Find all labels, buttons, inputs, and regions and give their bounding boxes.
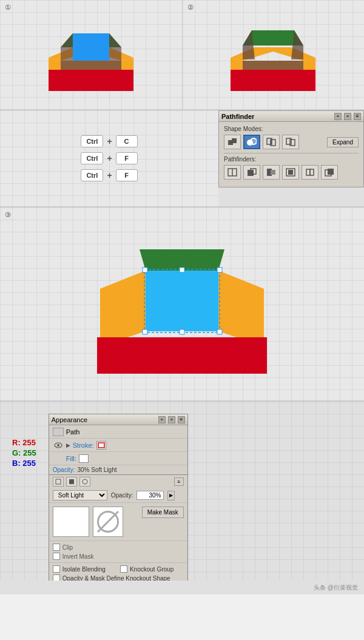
clip-checkbox[interactable] <box>53 544 60 551</box>
clip-row: Clip <box>53 544 184 551</box>
ap-path-row: Path <box>49 425 187 439</box>
ap-opacity-row: Opacity: 30% Soft Light <box>49 465 187 474</box>
knockout-label: Knockout Group <box>130 566 174 573</box>
svg-marker-9 <box>109 33 121 61</box>
ap-fill-row: Fill: <box>49 452 187 465</box>
f-key-2: F <box>116 169 138 181</box>
merge-btn[interactable] <box>263 165 280 180</box>
ap-expand-triangle[interactable]: ▶ <box>66 442 70 448</box>
ctrl-key-1: Ctrl <box>81 135 103 147</box>
keyboard-shortcuts-area: Ctrl + C Ctrl + F Ctrl + F <box>0 110 218 206</box>
ctrl-key-2: Ctrl <box>81 152 103 164</box>
svg-marker-8 <box>61 33 73 61</box>
ap-path-label: Path <box>66 428 80 436</box>
expand-btn[interactable]: Expand <box>327 137 359 147</box>
svg-point-61 <box>83 479 87 484</box>
mask-options: Clip Invert Mask <box>49 541 187 562</box>
watermark: 头条 @衍菜视觉 <box>314 584 358 591</box>
shortcut-row-1: Ctrl + C <box>81 135 137 147</box>
shortcut-row-2: Ctrl + F <box>81 152 137 164</box>
make-mask-button[interactable]: Make Mask <box>142 507 184 518</box>
stroke-swatch[interactable] <box>96 441 106 450</box>
rgb-display: R: 255 G: 255 B: 255 <box>12 438 36 468</box>
rgb-g-value: G: 255 <box>12 448 36 457</box>
layer-thumbnail <box>53 507 89 537</box>
c-key: C <box>116 135 138 147</box>
ap-thumb <box>53 428 64 436</box>
svg-rect-54 <box>217 329 222 334</box>
divider <box>224 153 359 153</box>
shape-modes-row: Expand <box>224 135 359 149</box>
blend-icon-2[interactable] <box>66 477 77 487</box>
outline-btn[interactable] <box>302 165 318 180</box>
svg-rect-55 <box>180 268 184 272</box>
blend-mode-row: Soft Light Opacity: ▶ <box>49 488 187 503</box>
blend-panel-menu[interactable]: ≡ <box>174 477 184 486</box>
unite-btn[interactable] <box>224 135 241 149</box>
svg-point-23 <box>251 138 257 144</box>
pathfinders-label: Pathfinders: <box>224 156 359 163</box>
pathfinder-titlebar: Pathfinder « × ≡ <box>219 111 363 122</box>
minus-back-btn[interactable] <box>321 165 338 180</box>
isolate-blend-row: Isolate Blending Knockout Group <box>53 565 184 573</box>
plus-2: + <box>107 153 112 163</box>
appearance-panel-container: Appearance « × ≡ Path ▶ Stroke: <box>49 414 188 585</box>
null-icon <box>97 511 119 533</box>
isolate-blend-label: Isolate Blending <box>62 566 106 573</box>
divide-btn[interactable] <box>224 165 241 180</box>
ap-close-btn[interactable]: × <box>168 416 175 423</box>
section-3: ③ <box>0 207 364 402</box>
blend-icon-3[interactable] <box>79 477 90 487</box>
mask-thumbnail <box>93 507 123 537</box>
crop-btn[interactable] <box>282 165 299 180</box>
pathfinder-panel: Pathfinder « × ≡ Shape Modes: <box>218 110 364 187</box>
thumbnail-row: Make Mask <box>49 503 187 541</box>
invert-mask-checkbox[interactable] <box>53 553 60 560</box>
shortcut-row-3: Ctrl + F <box>81 169 137 181</box>
svg-rect-59 <box>56 479 61 484</box>
rgb-r-value: R: 255 <box>12 438 36 447</box>
invert-mask-row: Invert Mask <box>53 553 184 560</box>
exclude-btn[interactable] <box>282 135 299 149</box>
isolate-blend-checkbox[interactable] <box>53 565 60 573</box>
svg-rect-60 <box>69 479 74 484</box>
plus-1: + <box>107 136 112 146</box>
ap-collapse-btn[interactable]: « <box>158 416 166 423</box>
pathfinder-menu-btn[interactable]: ≡ <box>354 113 361 120</box>
ap-menu-btn[interactable]: ≡ <box>178 416 185 423</box>
fill-swatch[interactable] <box>79 454 89 463</box>
visibility-eye[interactable] <box>53 442 64 448</box>
svg-rect-51 <box>143 268 147 272</box>
svg-rect-26 <box>271 140 272 144</box>
pathfinder-body: Shape Modes: <box>219 122 363 187</box>
box-illustration-2 <box>224 12 322 97</box>
svg-rect-53 <box>143 329 147 334</box>
svg-rect-40 <box>328 169 334 175</box>
blend-mode-select[interactable]: Soft Light <box>53 490 107 500</box>
pathfinder-collapse-btn[interactable]: « <box>334 113 342 120</box>
svg-marker-45 <box>97 337 267 374</box>
blend-opacity-input[interactable] <box>136 491 164 500</box>
svg-rect-34 <box>271 170 275 175</box>
svg-rect-48 <box>146 271 218 331</box>
blend-icon-1[interactable] <box>53 477 64 487</box>
ap-stroke-label: Stroke: <box>73 442 94 449</box>
blend-opacity-arrow[interactable]: ▶ <box>167 491 175 500</box>
f-key-1: F <box>116 152 138 164</box>
svg-rect-56 <box>180 329 184 334</box>
pathfinder-close-btn[interactable]: × <box>344 113 351 120</box>
section-4: R: 255 G: 255 B: 255 Appearance « × ≡ Pa… <box>0 402 364 581</box>
minus-front-btn[interactable] <box>243 135 260 149</box>
box-illustration-3 <box>91 219 273 389</box>
invert-mask-label: Invert Mask <box>62 553 94 560</box>
ap-fill-label: Fill: <box>66 455 76 462</box>
knockout-checkbox[interactable] <box>120 565 127 573</box>
top-row: ① ② <box>0 0 364 110</box>
trim-btn[interactable] <box>243 165 260 180</box>
clip-label: Clip <box>62 544 73 551</box>
intersect-btn[interactable] <box>263 135 280 149</box>
section-2-num: ② <box>187 4 194 12</box>
appearance-title: Appearance <box>52 416 87 423</box>
rgb-b-value: B: 255 <box>12 459 36 468</box>
svg-rect-37 <box>306 169 310 175</box>
